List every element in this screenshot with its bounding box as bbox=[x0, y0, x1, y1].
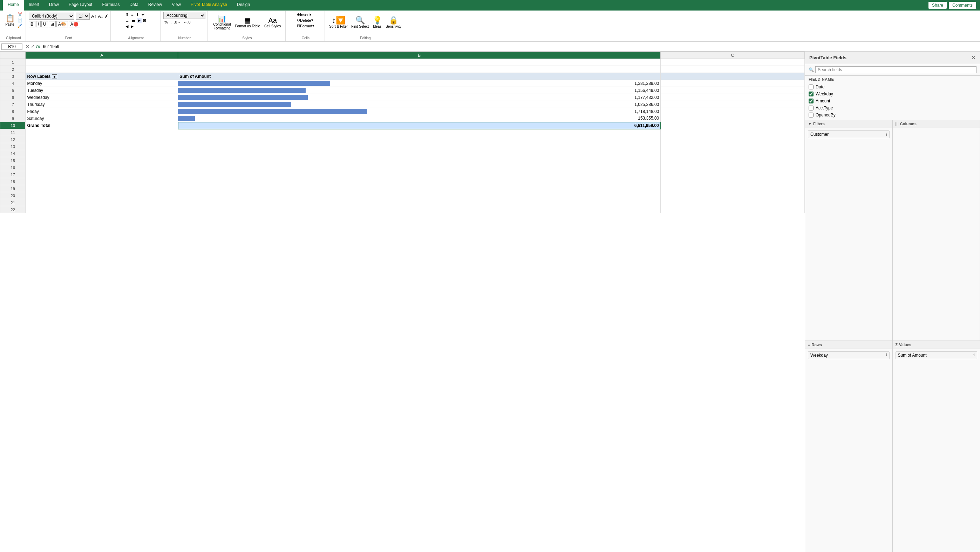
cell-c13[interactable] bbox=[661, 143, 805, 150]
font-color-button[interactable]: A🔴 bbox=[69, 21, 80, 27]
number-format-select[interactable]: Accounting bbox=[163, 12, 205, 19]
cell-a17[interactable] bbox=[25, 171, 178, 178]
cell-c7[interactable] bbox=[661, 101, 805, 108]
pivot-field-amount[interactable]: Amount bbox=[808, 97, 977, 105]
pivot-search-input[interactable] bbox=[815, 66, 977, 73]
align-top-button[interactable]: ⬆ bbox=[124, 12, 130, 17]
cell-a7[interactable]: Thursday bbox=[25, 101, 178, 108]
share-button[interactable]: Share bbox=[928, 2, 947, 9]
cell-a10[interactable]: Grand Total bbox=[25, 122, 178, 129]
chip-info-icon[interactable]: ℹ bbox=[973, 353, 975, 357]
cell-b4[interactable]: 1,381,289.00 bbox=[178, 80, 661, 87]
cell-c18[interactable] bbox=[661, 178, 805, 185]
cell-a22[interactable] bbox=[25, 206, 178, 213]
comma-button[interactable]: , bbox=[169, 20, 172, 24]
cell-c10[interactable] bbox=[661, 122, 805, 129]
pivot-chip-sum-of-amount[interactable]: Sum of Amountℹ bbox=[896, 351, 978, 359]
cell-styles-button[interactable]: Aa Cell Styles bbox=[263, 16, 282, 29]
format-button[interactable]: ⊟ Format ▾ bbox=[296, 23, 315, 29]
pivot-chip-weekday[interactable]: Weekdayℹ bbox=[808, 351, 889, 359]
col-header-c[interactable]: C bbox=[661, 52, 805, 59]
col-header-a[interactable]: A bbox=[25, 52, 178, 59]
cell-b20[interactable] bbox=[178, 192, 661, 199]
ideas-button[interactable]: 💡 Ideas bbox=[371, 16, 383, 29]
cell-b9[interactable]: 153,355.00 bbox=[178, 115, 661, 122]
decimal-decrease-button[interactable]: ←.0 bbox=[182, 20, 191, 24]
cell-b19[interactable] bbox=[178, 185, 661, 192]
cell-b15[interactable] bbox=[178, 157, 661, 164]
cell-c15[interactable] bbox=[661, 157, 805, 164]
pivot-field-checkbox-openedby[interactable] bbox=[808, 113, 813, 118]
decimal-increase-button[interactable]: .0→ bbox=[173, 20, 182, 24]
cell-c8[interactable] bbox=[661, 108, 805, 115]
pivot-chip-customer[interactable]: Customerℹ bbox=[808, 131, 889, 138]
cell-c6[interactable] bbox=[661, 94, 805, 101]
clear-format-button[interactable]: ✗ bbox=[105, 14, 108, 19]
cell-a13[interactable] bbox=[25, 143, 178, 150]
align-right-button[interactable]: ▶ bbox=[137, 18, 142, 23]
cell-c21[interactable] bbox=[661, 199, 805, 206]
tab-formulas[interactable]: Formulas bbox=[97, 0, 124, 11]
tab-review[interactable]: Review bbox=[143, 0, 167, 11]
cell-c1[interactable] bbox=[661, 59, 805, 66]
cell-a16[interactable] bbox=[25, 164, 178, 171]
chip-info-icon[interactable]: ℹ bbox=[886, 353, 887, 357]
border-button[interactable]: ⊞ bbox=[49, 21, 56, 27]
find-select-button[interactable]: 🔍 Find Select bbox=[350, 16, 370, 29]
cell-a21[interactable] bbox=[25, 199, 178, 206]
align-bottom-button[interactable]: ⬇ bbox=[135, 12, 140, 17]
cell-b2[interactable] bbox=[178, 66, 661, 73]
cell-b22[interactable] bbox=[178, 206, 661, 213]
cell-c11[interactable] bbox=[661, 129, 805, 136]
conditional-formatting-button[interactable]: 📊 ConditionalFormatting bbox=[212, 14, 232, 31]
align-middle-button[interactable]: ≡ bbox=[130, 12, 134, 17]
cell-a2[interactable] bbox=[25, 66, 178, 73]
pivot-field-checkbox-date[interactable] bbox=[808, 85, 813, 89]
cell-a1[interactable] bbox=[25, 59, 178, 66]
cell-a5[interactable]: Tuesday bbox=[25, 87, 178, 94]
percent-button[interactable]: % bbox=[163, 20, 169, 24]
cell-c2[interactable] bbox=[661, 66, 805, 73]
cell-b3[interactable]: Sum of Amount bbox=[178, 73, 661, 80]
indent-increase-button[interactable]: ▶ bbox=[130, 24, 135, 29]
delete-button[interactable]: ⊖ Delete ▾ bbox=[296, 18, 315, 23]
sensitivity-button[interactable]: 🔒 Sensitivity bbox=[384, 16, 403, 29]
tab-insert[interactable]: Insert bbox=[24, 0, 44, 11]
cell-c16[interactable] bbox=[661, 164, 805, 171]
cell-a12[interactable] bbox=[25, 136, 178, 143]
cell-a19[interactable] bbox=[25, 185, 178, 192]
pivot-field-checkbox-amount[interactable] bbox=[808, 99, 813, 104]
format-painter-button[interactable]: 🖌️ bbox=[16, 23, 24, 29]
comments-button[interactable]: Comments bbox=[948, 2, 977, 9]
pivot-close-button[interactable]: ✕ bbox=[971, 54, 976, 61]
format-as-table-button[interactable]: ▦ Format as Table bbox=[234, 16, 261, 29]
chip-info-icon[interactable]: ℹ bbox=[886, 132, 887, 137]
cell-c20[interactable] bbox=[661, 192, 805, 199]
fill-color-button[interactable]: A🎨 bbox=[56, 21, 68, 27]
cell-a14[interactable] bbox=[25, 150, 178, 157]
tab-pivot-analyse[interactable]: Pivot Table Analyse bbox=[186, 0, 232, 11]
cell-b13[interactable] bbox=[178, 143, 661, 150]
cell-b5[interactable]: 1,156,449.00 bbox=[178, 87, 661, 94]
indent-decrease-button[interactable]: ◀ bbox=[124, 24, 129, 29]
align-left-button[interactable]: ⫠ bbox=[124, 18, 130, 23]
tab-view[interactable]: View bbox=[167, 0, 186, 11]
tab-home[interactable]: Home bbox=[3, 0, 24, 11]
cut-button[interactable]: ✂️ bbox=[16, 12, 24, 17]
cell-b6[interactable]: 1,177,432.00 bbox=[178, 94, 661, 101]
cell-b21[interactable] bbox=[178, 199, 661, 206]
cell-b12[interactable] bbox=[178, 136, 661, 143]
cell-c14[interactable] bbox=[661, 150, 805, 157]
formula-confirm[interactable]: ✓ bbox=[31, 44, 35, 49]
font-name-select[interactable]: Calibri (Body) bbox=[29, 13, 74, 20]
cell-c22[interactable] bbox=[661, 206, 805, 213]
cell-c3[interactable] bbox=[661, 73, 805, 80]
merge-cells-button[interactable]: ⊟ bbox=[142, 18, 147, 23]
pivot-field-checkbox-accttype[interactable] bbox=[808, 105, 813, 110]
cell-b1[interactable] bbox=[178, 59, 661, 66]
cell-c12[interactable] bbox=[661, 136, 805, 143]
cell-a6[interactable]: Wednesday bbox=[25, 94, 178, 101]
cell-c17[interactable] bbox=[661, 171, 805, 178]
cell-c4[interactable] bbox=[661, 80, 805, 87]
cell-a9[interactable]: Saturday bbox=[25, 115, 178, 122]
